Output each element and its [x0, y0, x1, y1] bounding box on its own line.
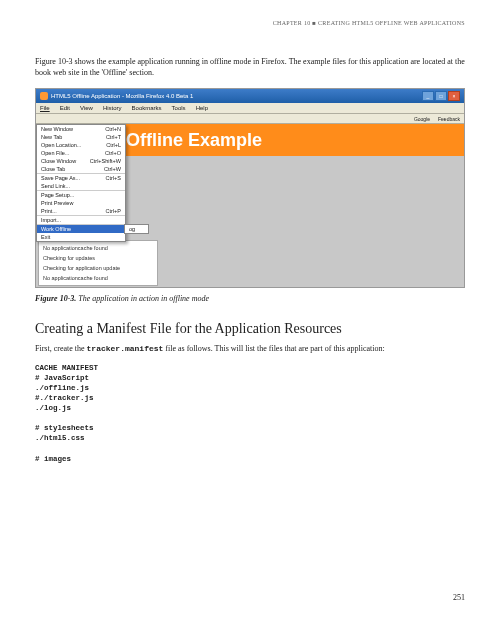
- chapter-header: CHAPTER 10 ■ CREATING HTML5 OFFLINE WEB …: [35, 20, 465, 26]
- menu-help[interactable]: Help: [194, 104, 210, 112]
- firefox-icon: [40, 92, 48, 100]
- menu-bookmarks[interactable]: Bookmarks: [130, 104, 164, 112]
- menu-page-setup[interactable]: Page Setup...: [37, 191, 125, 199]
- menu-tools[interactable]: Tools: [170, 104, 188, 112]
- submenu-og[interactable]: og: [125, 225, 148, 233]
- file-dropdown: New WindowCtrl+N New TabCtrl+T Open Loca…: [36, 124, 126, 242]
- caption-label: Figure 10-3.: [35, 294, 76, 303]
- menu-open-location[interactable]: Open Location...Ctrl+L: [37, 141, 125, 149]
- section-body: First, create the tracker.manifest file …: [35, 343, 465, 354]
- window-title: HTML5 Offline Application - Mozilla Fire…: [51, 93, 193, 99]
- menu-view[interactable]: View: [78, 104, 95, 112]
- window-controls: _ □ ×: [422, 91, 460, 101]
- menu-import[interactable]: Import...: [37, 216, 125, 224]
- maximize-button[interactable]: □: [435, 91, 447, 101]
- menu-print-preview[interactable]: Print Preview: [37, 199, 125, 207]
- menu-open-file[interactable]: Open File...Ctrl+O: [37, 149, 125, 157]
- menu-print[interactable]: Print...Ctrl+P: [37, 207, 125, 215]
- log-line: No applicationcache found: [39, 273, 157, 283]
- search-label: Google: [414, 116, 430, 122]
- menu-close-window[interactable]: Close WindowCtrl+Shift+W: [37, 157, 125, 165]
- section-heading: Creating a Manifest File for the Applica…: [35, 321, 465, 337]
- menu-send-link[interactable]: Send Link...: [37, 182, 125, 190]
- figure-screenshot: HTML5 Offline Application - Mozilla Fire…: [35, 88, 465, 288]
- menu-new-window[interactable]: New WindowCtrl+N: [37, 125, 125, 133]
- menu-save-as[interactable]: Save Page As...Ctrl+S: [37, 174, 125, 182]
- menu-work-offline[interactable]: Work Offline: [37, 225, 125, 233]
- code-block: CACHE MANIFEST # JavaScript ./offline.js…: [35, 363, 465, 464]
- figure-caption: Figure 10-3. The application in action i…: [35, 294, 465, 303]
- menu-new-tab[interactable]: New TabCtrl+T: [37, 133, 125, 141]
- menu-exit[interactable]: Exit: [37, 233, 125, 241]
- menu-history[interactable]: History: [101, 104, 124, 112]
- menu-edit[interactable]: Edit: [58, 104, 72, 112]
- intro-paragraph: Figure 10-3 shows the example applicatio…: [35, 56, 465, 78]
- log-panel: No applicationcache found Checking for u…: [38, 240, 158, 286]
- feedback-label[interactable]: Feedback: [438, 116, 460, 122]
- page-number: 251: [453, 593, 465, 602]
- filename: tracker.manifest: [87, 344, 164, 353]
- menu-file[interactable]: File: [38, 104, 52, 112]
- submenu: og: [124, 224, 149, 234]
- window-titlebar: HTML5 Offline Application - Mozilla Fire…: [36, 89, 464, 103]
- close-button[interactable]: ×: [448, 91, 460, 101]
- log-line: Checking for updates: [39, 253, 157, 263]
- browser-content: Offline Example New WindowCtrl+N New Tab…: [36, 124, 464, 286]
- minimize-button[interactable]: _: [422, 91, 434, 101]
- log-line: No applicationcache found: [39, 243, 157, 253]
- caption-text: The application in action in offline mod…: [76, 294, 209, 303]
- log-line: Checking for application update: [39, 263, 157, 273]
- browser-toolbar: Google Feedback: [36, 114, 464, 124]
- browser-menubar: File Edit View History Bookmarks Tools H…: [36, 103, 464, 114]
- menu-close-tab[interactable]: Close TabCtrl+W: [37, 165, 125, 173]
